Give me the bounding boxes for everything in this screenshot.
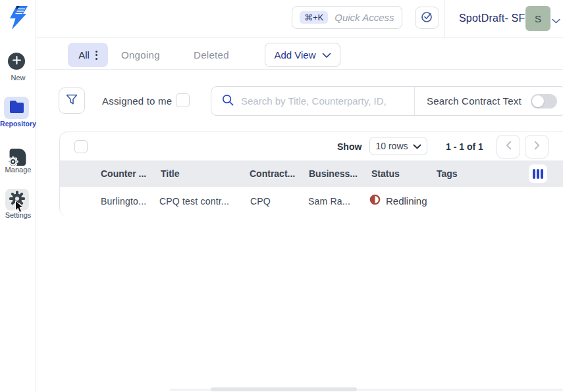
show-label: Show	[337, 141, 362, 152]
cell-status: Redlining	[369, 194, 427, 208]
table-row[interactable]: Burlingto... CPQ test contr... CPQ Sam R…	[60, 187, 563, 216]
column-settings-button[interactable]	[529, 164, 547, 183]
sidebar: New Repository	[0, 0, 36, 392]
pagination-range: 1 - 1 of 1	[446, 141, 483, 152]
column-header-tags[interactable]: Tags	[437, 168, 458, 179]
select-all-checkbox[interactable]	[74, 140, 88, 153]
funnel-icon	[65, 93, 78, 109]
quick-access-button[interactable]: ⌘+K Quick Access	[292, 6, 402, 29]
search-input[interactable]	[241, 95, 414, 107]
chevron-right-icon	[534, 141, 540, 153]
mouse-pointer-icon	[14, 200, 24, 216]
add-view-label: Add View	[274, 49, 315, 61]
tabs-divider	[36, 69, 563, 70]
header-vertical-divider	[444, 0, 445, 37]
column-bars-icon	[533, 169, 535, 179]
plus-icon	[13, 55, 21, 67]
rows-per-page-select[interactable]: 10 rows	[369, 137, 427, 155]
chevron-left-icon	[506, 141, 512, 153]
previous-page-button[interactable]	[496, 135, 520, 159]
avatar-initial: S	[535, 13, 541, 24]
add-view-button[interactable]: Add View	[265, 43, 340, 67]
new-button[interactable]	[8, 53, 25, 70]
search-contract-text-section: Search Contract Text	[414, 87, 563, 115]
cell-title: CPQ test contr...	[159, 196, 229, 207]
chevron-down-icon	[322, 49, 331, 61]
column-header-status[interactable]: Status	[371, 168, 400, 179]
header-divider	[0, 37, 563, 37]
cell-contract-type: CPQ	[250, 196, 271, 207]
folder-icon	[9, 100, 25, 116]
search-contract-text-toggle[interactable]	[531, 94, 557, 109]
toggle-knob	[532, 95, 544, 107]
cell-counterparty: Burlingto...	[101, 196, 146, 207]
chevron-down-icon	[413, 141, 421, 151]
repository-page: ⌘+K Quick Access SpotDraft- SF S	[0, 0, 563, 392]
sidebar-item-new-label[interactable]: New	[0, 74, 36, 82]
search-icon	[221, 93, 234, 109]
circle-check-icon	[420, 10, 434, 26]
sidebar-item-repository[interactable]	[4, 97, 29, 119]
sidebar-item-repository-label[interactable]: Repository	[0, 120, 36, 128]
tab-all-label: All	[78, 49, 90, 61]
tab-all[interactable]: All	[68, 43, 108, 67]
spotdraft-logo-icon[interactable]	[7, 5, 29, 33]
tasks-button[interactable]	[415, 7, 439, 29]
search-contract-text-label: Search Contract Text	[427, 95, 522, 107]
contracts-table: Show 10 rows 1 - 1 of 1	[59, 132, 563, 216]
column-header-business[interactable]: Business...	[309, 168, 358, 179]
shortcut-badge: ⌘+K	[300, 11, 328, 24]
assigned-to-me-label: Assigned to me	[102, 95, 172, 107]
horizontal-scrollbar-thumb[interactable]	[211, 387, 357, 391]
column-header-contract-type[interactable]: Contract...	[250, 168, 295, 179]
workspace-name: SpotDraft- SF	[459, 12, 525, 24]
tab-ongoing[interactable]: Ongoing	[121, 49, 160, 61]
filter-button[interactable]	[59, 87, 85, 114]
cell-business: Sam Ra...	[308, 196, 350, 207]
search-field-section	[211, 87, 414, 115]
assigned-to-me-checkbox[interactable]	[176, 93, 190, 107]
column-header-title[interactable]: Title	[161, 168, 180, 179]
sidebar-item-manage[interactable]	[7, 147, 28, 167]
status-text: Redlining	[386, 195, 427, 207]
quick-access-label: Quick Access	[335, 12, 394, 23]
column-header-counterparty[interactable]: Counter ...	[101, 168, 146, 179]
tab-deleted[interactable]: Deleted	[194, 49, 229, 61]
avatar[interactable]: S	[525, 6, 550, 31]
next-page-button[interactable]	[525, 135, 549, 159]
redlining-status-icon	[369, 194, 381, 208]
search-bar: Search Contract Text	[211, 86, 563, 116]
sidebar-item-manage-label[interactable]: Manage	[0, 166, 36, 174]
rows-per-page-value: 10 rows	[375, 141, 408, 151]
chevron-down-icon[interactable]	[551, 15, 561, 27]
table-header-row: Counter ... Title Contract... Business..…	[60, 160, 563, 187]
kebab-menu-icon[interactable]	[95, 51, 97, 60]
